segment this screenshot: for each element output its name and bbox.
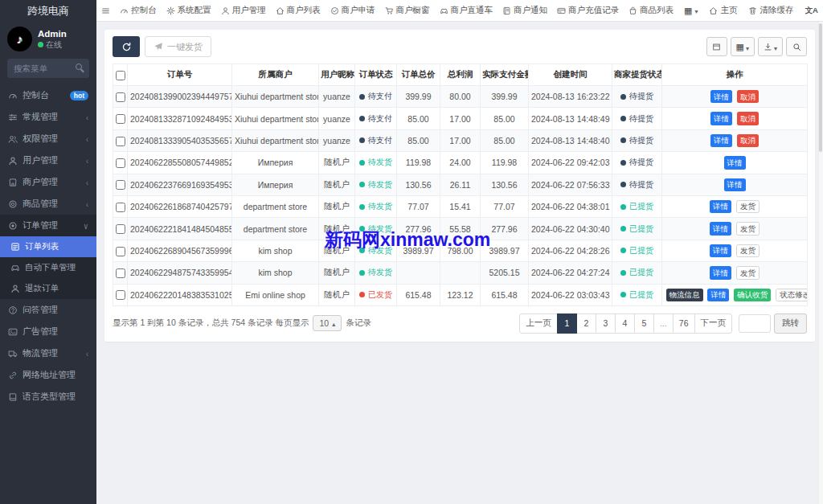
- row-checkbox[interactable]: [116, 180, 125, 190]
- status-dot-icon: [620, 226, 626, 232]
- row-checkbox[interactable]: [116, 247, 125, 256]
- nav-merchant-recharge[interactable]: 商户充值记录: [552, 0, 624, 21]
- scrollbar-thumb[interactable]: [819, 23, 822, 152]
- column-header: 商家提货状态: [612, 64, 662, 86]
- detail-button[interactable]: 详情: [707, 289, 729, 301]
- home-button[interactable]: 主页: [703, 0, 743, 21]
- clear-cache-button[interactable]: 清除缓存: [743, 0, 799, 21]
- cancel-button[interactable]: 取消: [737, 90, 759, 103]
- sidebar-item-merchants[interactable]: 商户管理 ‹: [0, 171, 96, 193]
- ship-button[interactable]: 发货: [736, 244, 760, 257]
- confirm-receipt-button[interactable]: 确认收货: [734, 289, 771, 301]
- detail-button[interactable]: 详情: [724, 178, 746, 191]
- apps-grid-button[interactable]: ▦: [678, 0, 703, 21]
- sidebar-item-goods[interactable]: 商品管理 ‹: [0, 193, 96, 215]
- cell-nickname: yuanze: [319, 108, 355, 129]
- detail-button[interactable]: 详情: [710, 244, 731, 257]
- cell-created-time: 2024-08-13 16:23:22: [529, 86, 612, 108]
- page-size-select[interactable]: 10: [313, 315, 342, 331]
- jump-page-input[interactable]: [739, 314, 771, 333]
- sidebar-item-label: 控制台: [23, 89, 65, 101]
- page-button[interactable]: 76: [673, 313, 695, 334]
- ship-button[interactable]: 发货: [736, 200, 760, 213]
- nav-system-config[interactable]: 系统配置: [162, 0, 216, 21]
- page-button[interactable]: 3: [596, 313, 616, 334]
- detail-button[interactable]: 详情: [710, 200, 731, 213]
- sidebar-item-label: 自动下单管理: [25, 262, 88, 273]
- detail-button[interactable]: 详情: [724, 156, 746, 169]
- detail-button[interactable]: 详情: [710, 222, 731, 235]
- hamburger-menu-button[interactable]: [96, 0, 115, 21]
- ship-button[interactable]: 发货: [736, 222, 760, 235]
- order-status-badge: 待发货: [359, 223, 392, 235]
- refresh-button[interactable]: [113, 36, 140, 57]
- cell-pickup-status: 待提货: [612, 108, 662, 129]
- cell-created-time: 2024-06-22 03:03:43: [529, 284, 612, 305]
- row-checkbox[interactable]: [116, 224, 125, 234]
- sidebar-item-permissions[interactable]: 权限管理 ‹: [0, 128, 96, 150]
- detail-button[interactable]: 详情: [710, 266, 731, 279]
- cell-merchant: kim shop: [232, 262, 319, 284]
- detail-button[interactable]: 详情: [710, 134, 732, 147]
- sidebar-item-refund-orders[interactable]: 退款订单: [0, 278, 96, 299]
- sidebar-item-general[interactable]: 常规管理 ‹: [0, 106, 96, 128]
- row-checkbox[interactable]: [116, 290, 125, 300]
- table-search-button[interactable]: [786, 37, 807, 56]
- cell-total-price: 77.07: [397, 195, 440, 217]
- nav-merchant-apply[interactable]: 商户申请: [326, 0, 380, 21]
- sidebar-item-logistics[interactable]: 物流管理 ‹: [0, 342, 96, 364]
- ship-button[interactable]: 发货: [736, 266, 760, 279]
- nav-goods-list[interactable]: 商品列表: [624, 0, 678, 21]
- row-checkbox[interactable]: [116, 137, 125, 146]
- detail-button[interactable]: 详情: [710, 90, 732, 103]
- logistics-info-button[interactable]: 物流信息: [666, 289, 703, 301]
- sidebar-item-network[interactable]: 网络地址管理: [0, 364, 96, 386]
- cell-created-time: 2024-06-22 04:38:01: [529, 195, 612, 217]
- sidebar-item-language[interactable]: 语言类型管理: [0, 386, 96, 408]
- row-checkbox[interactable]: [116, 92, 125, 102]
- cancel-button[interactable]: 取消: [737, 112, 759, 125]
- export-button[interactable]: [758, 37, 783, 56]
- page-button[interactable]: 4: [615, 313, 635, 334]
- page-button[interactable]: 1: [557, 313, 577, 334]
- cell-order-status: 待发货: [355, 152, 397, 174]
- nav-merchant-notice[interactable]: 商户通知: [497, 0, 552, 21]
- cell-total-price: 119.98: [397, 152, 440, 174]
- cancel-button[interactable]: 取消: [737, 134, 759, 147]
- page-button[interactable]: ...: [653, 313, 674, 334]
- jump-button[interactable]: 跳转: [774, 313, 807, 334]
- cell-profit: 80.00: [440, 86, 481, 108]
- modify-status-button[interactable]: 状态修改: [776, 289, 807, 301]
- page-button[interactable]: 5: [634, 313, 654, 334]
- sidebar-item-label: 常规管理: [23, 111, 81, 123]
- sidebar-item-auto-order[interactable]: 自动下单管理: [0, 257, 96, 278]
- sidebar-item-ads[interactable]: 广告管理: [0, 321, 96, 342]
- sidebar-item-orders[interactable]: 订单管理 ∨: [0, 215, 96, 236]
- prev-page-button[interactable]: 上一页: [519, 313, 558, 334]
- translate-button[interactable]: 文A: [799, 0, 823, 21]
- nav-merchant-list[interactable]: 商户列表: [271, 0, 326, 21]
- sidebar-item-order-list[interactable]: 订单列表: [0, 236, 96, 257]
- one-key-ship-button[interactable]: 一键发货: [145, 36, 211, 57]
- row-checkbox[interactable]: [116, 268, 125, 278]
- nav-user-management[interactable]: 用户管理: [216, 0, 271, 21]
- row-checkbox[interactable]: [116, 203, 125, 212]
- sidebar-item-console[interactable]: 控制台 hot: [0, 84, 96, 106]
- paging-toggle-button[interactable]: [706, 37, 727, 56]
- row-checkbox[interactable]: [116, 158, 125, 168]
- sidebar-item-qa[interactable]: 问答管理: [0, 299, 96, 321]
- row-checkbox[interactable]: [116, 114, 125, 124]
- pickup-status-badge: 已提货: [620, 201, 653, 212]
- page-scrollbar[interactable]: [818, 22, 823, 504]
- page-button[interactable]: 2: [576, 313, 596, 334]
- next-page-button[interactable]: 下一页: [694, 313, 733, 334]
- select-all-checkbox[interactable]: [116, 71, 125, 80]
- detail-button[interactable]: 详情: [710, 112, 732, 125]
- nav-merchant-express[interactable]: 商户直通车: [435, 0, 498, 21]
- status-dot-icon: [359, 160, 365, 166]
- nav-merchant-window[interactable]: 商户橱窗: [380, 0, 435, 21]
- columns-button[interactable]: ▦: [731, 37, 755, 56]
- nav-console[interactable]: 控制台: [115, 0, 162, 21]
- sidebar-item-users[interactable]: 用户管理 ‹: [0, 150, 96, 171]
- cell-profit: 123.12: [440, 284, 481, 305]
